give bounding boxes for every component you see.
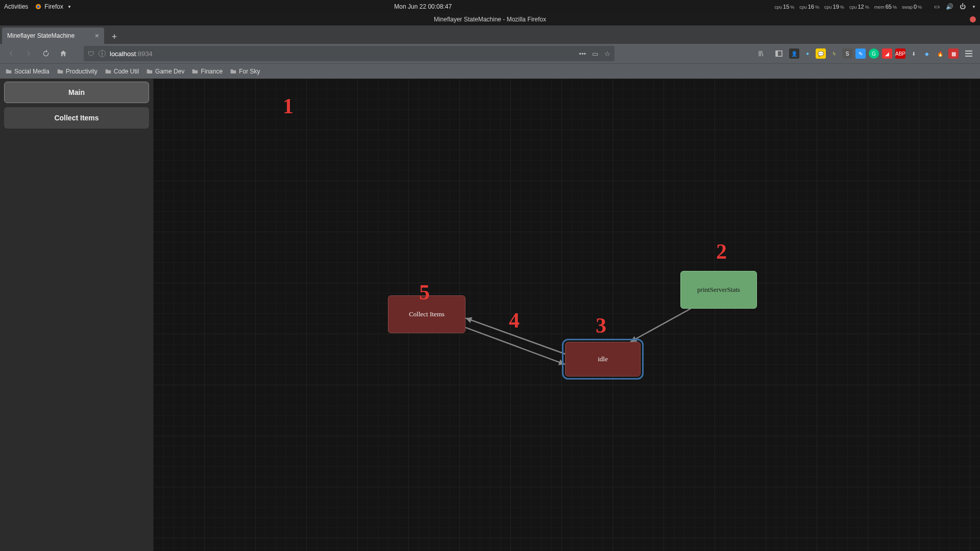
system-stat: swap0% bbox=[902, 4, 922, 10]
tracking-protection-icon[interactable]: 🛡 bbox=[88, 50, 94, 58]
svg-marker-9 bbox=[558, 359, 565, 365]
extension-icon[interactable]: ◆ bbox=[922, 48, 932, 59]
nav-toolbar: 🛡 i localhost:8934 ••• ▭ ☆ 👤 ✦ 💬 ϟ S ✎ G… bbox=[0, 44, 980, 63]
power-icon[interactable]: ⏻ bbox=[960, 3, 966, 10]
bookmark-folder[interactable]: For Sky bbox=[230, 68, 260, 75]
extension-icon[interactable]: G bbox=[869, 48, 879, 59]
sidebar-item[interactable]: Collect Items bbox=[4, 107, 149, 129]
extension-icon[interactable]: ▦ bbox=[948, 48, 959, 59]
system-stat: mem65% bbox=[874, 4, 897, 10]
extension-icon[interactable]: ϟ bbox=[829, 48, 839, 59]
screen-icon[interactable]: ▭ bbox=[934, 3, 940, 10]
home-button[interactable] bbox=[56, 46, 70, 61]
downloads-icon[interactable]: ⬇ bbox=[909, 48, 919, 59]
app-menu[interactable]: Firefox▼ bbox=[35, 3, 71, 10]
annotation-number: 3 bbox=[596, 313, 606, 338]
volume-icon[interactable]: 🔊 bbox=[946, 3, 953, 10]
reader-mode-icon[interactable]: ▭ bbox=[592, 50, 598, 58]
window-close-button[interactable] bbox=[970, 16, 976, 22]
sidebar-item[interactable]: Main bbox=[4, 82, 149, 103]
bookmark-folder[interactable]: Game Dev bbox=[146, 68, 184, 75]
extension-icon[interactable]: 💬 bbox=[816, 48, 826, 59]
url-bar[interactable]: 🛡 i localhost:8934 ••• ▭ ☆ bbox=[84, 46, 615, 61]
bookmark-folder[interactable]: Finance bbox=[191, 68, 223, 75]
annotation-number: 2 bbox=[716, 239, 727, 264]
extension-icon[interactable]: 👤 bbox=[789, 48, 799, 59]
state-node[interactable]: idle bbox=[565, 342, 641, 377]
back-button[interactable] bbox=[4, 46, 18, 61]
activities-button[interactable]: Activities bbox=[4, 3, 28, 10]
system-stat: cpu12% bbox=[849, 4, 869, 10]
library-icon[interactable] bbox=[754, 46, 769, 61]
svg-marker-5 bbox=[630, 336, 637, 342]
bookmark-bar: Social MediaProductivityCode UtilGame De… bbox=[0, 63, 980, 79]
page-actions-icon[interactable]: ••• bbox=[579, 50, 586, 58]
app-content: MainCollect Items Collect Itemsidleprint… bbox=[0, 79, 980, 551]
gnome-top-bar: Activities Firefox▼ Mon Jun 22 00:08:47 … bbox=[0, 0, 980, 13]
hamburger-menu[interactable] bbox=[962, 46, 976, 61]
site-info-icon[interactable]: i bbox=[99, 50, 106, 57]
system-stat: cpu19% bbox=[824, 4, 844, 10]
extension-icon[interactable]: S bbox=[842, 48, 852, 59]
reload-button[interactable] bbox=[39, 46, 53, 61]
annotation-number: 5 bbox=[419, 280, 430, 305]
extension-icon[interactable]: ✎ bbox=[855, 48, 866, 59]
extension-icon[interactable]: ◢ bbox=[882, 48, 892, 59]
sidebar: MainCollect Items bbox=[0, 79, 153, 551]
extension-icon[interactable]: ABP bbox=[895, 48, 905, 59]
tab-strip: Mineflayer StateMachine × + bbox=[0, 26, 980, 44]
bookmark-folder[interactable]: Social Media bbox=[5, 68, 50, 75]
graph-canvas[interactable]: Collect ItemsidleprintServerStats12345 bbox=[153, 79, 980, 551]
svg-rect-3 bbox=[776, 51, 778, 57]
svg-point-1 bbox=[37, 6, 40, 8]
system-stat: cpu15% bbox=[775, 4, 795, 10]
system-stat: cpu16% bbox=[799, 4, 819, 10]
extension-icon[interactable]: 🔥 bbox=[935, 48, 945, 59]
extension-icon[interactable]: ✦ bbox=[802, 48, 813, 59]
bookmark-folder[interactable]: Productivity bbox=[57, 68, 97, 75]
browser-tab[interactable]: Mineflayer StateMachine × bbox=[2, 28, 104, 44]
close-tab-icon[interactable]: × bbox=[95, 32, 99, 40]
new-tab-button[interactable]: + bbox=[107, 30, 121, 44]
svg-line-8 bbox=[465, 328, 565, 364]
clock[interactable]: Mon Jun 22 00:08:47 bbox=[71, 3, 775, 10]
firefox-title-bar: Mineflayer StateMachine - Mozilla Firefo… bbox=[0, 13, 980, 26]
state-node[interactable]: printServerStats bbox=[680, 271, 757, 309]
annotation-number: 4 bbox=[509, 308, 520, 333]
bookmark-star-icon[interactable]: ☆ bbox=[604, 50, 610, 58]
sidebar-icon[interactable] bbox=[772, 46, 786, 61]
annotation-number: 1 bbox=[283, 94, 293, 118]
chevron-down-icon[interactable]: ▼ bbox=[972, 5, 976, 9]
bookmark-folder[interactable]: Code Util bbox=[105, 68, 139, 75]
svg-line-4 bbox=[630, 309, 691, 342]
svg-marker-7 bbox=[465, 317, 472, 323]
forward-button[interactable] bbox=[21, 46, 36, 61]
